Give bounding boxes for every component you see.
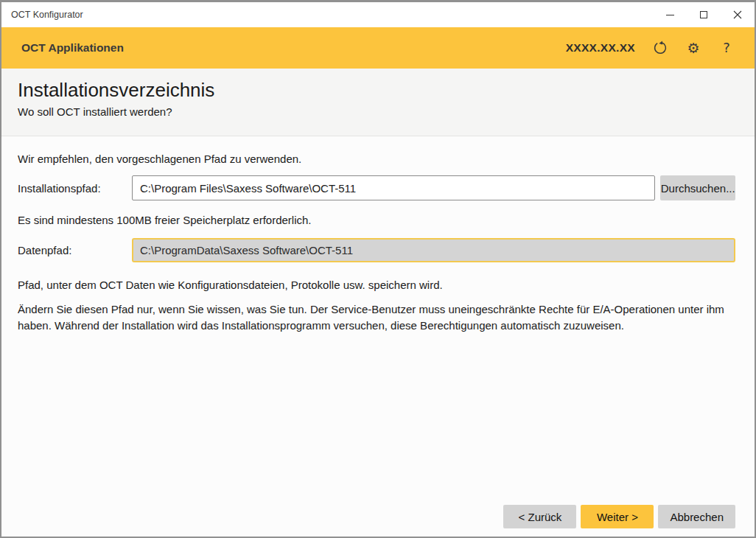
wizard-footer: < Zurück Weiter > Abbrechen: [503, 505, 735, 528]
page-subtitle: Wo soll OCT installiert werden?: [18, 105, 738, 118]
refresh-button[interactable]: [652, 40, 668, 56]
app-title: OCT Applikationen: [21, 41, 124, 55]
maximize-button[interactable]: [687, 2, 721, 27]
minimize-icon: [666, 15, 674, 15]
data-path-input[interactable]: [132, 238, 735, 262]
recommendation-text: Wir empfehlen, den vorgeschlagenen Pfad …: [18, 153, 735, 165]
minimize-button[interactable]: [653, 2, 687, 27]
settings-button[interactable]: ⚙: [685, 40, 701, 56]
data-path-description: Pfad, unter dem OCT Daten wie Konfigurat…: [18, 279, 735, 291]
refresh-icon: [653, 41, 668, 55]
help-icon: ?: [723, 41, 730, 55]
disk-space-note: Es sind mindestens 100MB freier Speicher…: [18, 214, 735, 226]
close-button[interactable]: [721, 2, 755, 27]
installer-window: OCT Konfigurator OCT Applikationen XXXX.…: [0, 0, 756, 538]
page-title: Installationsverzeichnis: [18, 79, 738, 102]
window-controls: [653, 2, 755, 27]
data-path-row: Datenpfad:: [18, 238, 735, 262]
close-icon: [733, 10, 742, 19]
cancel-button[interactable]: Abbrechen: [658, 505, 735, 528]
path-warning-text: Ändern Sie diesen Pfad nur, wenn Sie wis…: [18, 301, 735, 334]
app-header-actions: XXXX.XX.XX ⚙ ?: [566, 40, 735, 56]
install-path-input[interactable]: [132, 175, 655, 200]
gear-icon: ⚙: [687, 41, 699, 55]
titlebar[interactable]: OCT Konfigurator: [1, 2, 755, 27]
page-content: Wir empfehlen, den vorgeschlagenen Pfad …: [1, 136, 755, 537]
help-button[interactable]: ?: [718, 40, 735, 56]
install-path-row: Installationspfad: Durchsuchen...: [18, 175, 735, 200]
version-label: XXXX.XX.XX: [566, 41, 635, 55]
app-header: OCT Applikationen XXXX.XX.XX ⚙ ?: [1, 27, 755, 69]
window-title: OCT Konfigurator: [1, 10, 83, 20]
maximize-icon: [700, 11, 707, 18]
next-button[interactable]: Weiter >: [581, 505, 654, 528]
data-path-label: Datenpfad:: [18, 244, 132, 256]
page-header: Installationsverzeichnis Wo soll OCT ins…: [1, 69, 755, 136]
browse-button[interactable]: Durchsuchen...: [660, 175, 735, 200]
install-path-label: Installationspfad:: [18, 182, 132, 195]
back-button[interactable]: < Zurück: [503, 505, 576, 528]
